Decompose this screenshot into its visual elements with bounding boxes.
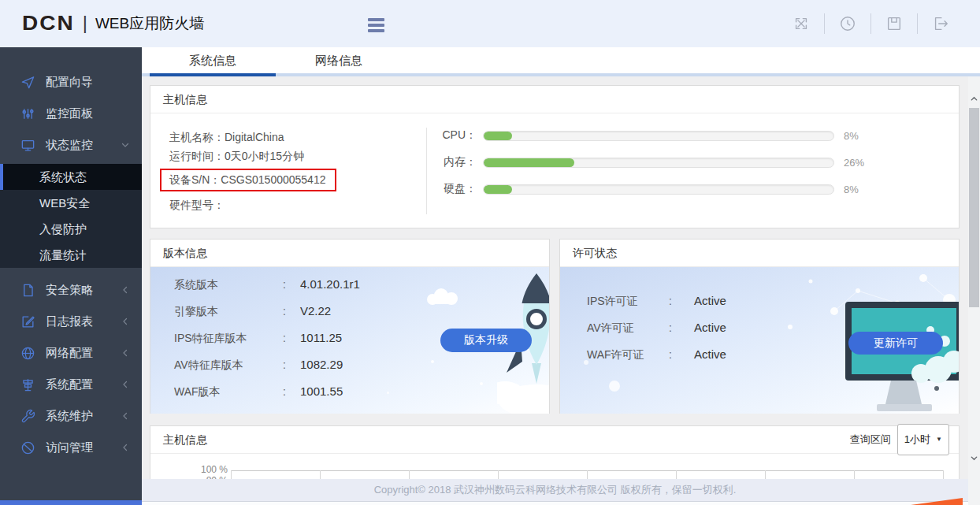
av-license-status: Active [694, 321, 726, 334]
sidebar-item-intrusion-prevention[interactable]: 入侵防护 [0, 216, 142, 242]
clock-icon[interactable] [839, 15, 856, 32]
tab-bar: 系统信息 网络信息 [142, 47, 980, 76]
brand: DCN | WEB应用防火墙 [22, 0, 204, 47]
logout-icon[interactable] [932, 15, 949, 32]
sidebar-item-label: 访问管理 [46, 440, 93, 455]
y-axis-label-100: 100 % [195, 464, 228, 475]
tab-network-info[interactable]: 网络信息 [276, 47, 402, 73]
disk-percent: 8% [844, 184, 859, 195]
host-name-field: 主机名称：DigitalChina [169, 131, 284, 145]
waf-license-status: Active [694, 347, 726, 361]
serial-number-value: CSGS015000055412 [221, 173, 325, 186]
globe-icon [20, 346, 35, 361]
disk-meter-track [483, 184, 834, 195]
dcn-logo: DCN [22, 12, 75, 35]
panel-title: 主机信息 [150, 86, 959, 113]
app-title: WEB应用防火墙 [95, 13, 204, 34]
memory-meter-fill [484, 158, 574, 167]
sidebar-item-traffic-stats[interactable]: 流量统计 [0, 242, 142, 268]
scroll-up-icon[interactable] [968, 92, 980, 106]
system-version-row: 系统版本:4.01.20.1r1 [174, 277, 360, 292]
menu-toggle-icon[interactable] [368, 18, 384, 35]
serial-number-highlight-box: 设备S/N：CSGS015000055412 [160, 169, 336, 191]
copyright-text: Copyright© 2018 武汉神州数码云科网络技术有限公司 版权所有，保留… [374, 484, 737, 496]
cpu-percent: 8% [844, 130, 859, 142]
sidebar-item-access-management[interactable]: 访问管理 [0, 432, 142, 463]
sidebar: 配置向导 监控面板 状态监控 系统状态 WEB安全 入侵防护 [0, 47, 142, 500]
sidebar-item-security-policy[interactable]: 安全策略 [0, 274, 142, 306]
chevron-left-icon [121, 443, 130, 452]
footer: Copyright© 2018 武汉神州数码云科网络技术有限公司 版权所有，保留… [142, 479, 968, 502]
engine-version-row: 引擎版本:V2.22 [174, 304, 331, 319]
sidebar-item-label: 日志报表 [46, 314, 93, 329]
cpu-label: CPU： [436, 128, 477, 143]
renew-license-button[interactable]: 更新许可 [848, 332, 943, 355]
tab-active-indicator [150, 73, 276, 76]
sidebar-item-system-status[interactable]: 系统状态 [0, 164, 142, 190]
sidebar-item-label: 网络配置 [46, 346, 93, 361]
sidebar-item-status-monitor[interactable]: 状态监控 [0, 129, 142, 161]
panel-title: 主机信息 [163, 433, 207, 446]
tab-system-info[interactable]: 系统信息 [150, 47, 276, 73]
vertical-scrollbar[interactable] [968, 76, 980, 505]
chevron-left-icon [121, 285, 130, 295]
av-license-row: AV许可证:Active [587, 321, 726, 336]
memory-label: 内存： [436, 155, 477, 169]
ips-license-status: Active [694, 294, 726, 307]
version-upgrade-button[interactable]: 版本升级 [440, 329, 532, 352]
sidebar-bottom-accent [0, 500, 142, 505]
header-divider [824, 13, 825, 34]
waf-license-row: WAF许可证:Active [587, 347, 726, 362]
sidebar-item-config-wizard[interactable]: 配置向导 [0, 66, 142, 98]
slash-circle-icon [20, 440, 35, 455]
interval-dropdown[interactable]: 1小时 ▼ [897, 424, 949, 455]
interval-value: 1小时 [904, 426, 930, 453]
chevron-left-icon [121, 348, 130, 358]
document-icon [20, 283, 35, 298]
chevron-down-icon [121, 140, 130, 150]
wizard-send-icon [20, 75, 35, 90]
cpu-meter-row: CPU： 8% [436, 129, 859, 142]
status-monitor-submenu: 系统状态 WEB安全 入侵防护 流量统计 [0, 164, 142, 268]
cpu-meter-track [483, 131, 834, 141]
sidebar-item-label: 系统配置 [46, 377, 93, 392]
disk-meter-fill [484, 185, 512, 194]
disk-label: 硬盘： [436, 182, 477, 196]
version-info-panel: 版本信息 系统版本:4.01.20.1r1 [150, 239, 550, 414]
signpost-icon [20, 377, 35, 392]
ips-signature-version-row: IPS特征库版本:1011.25 [174, 331, 342, 346]
query-interval-label: 查询区间 [850, 426, 891, 453]
monitor-icon [20, 138, 35, 153]
bottom-strip [142, 502, 968, 505]
panel-title: 许可状态 [560, 240, 959, 267]
panel-title: 版本信息 [150, 240, 549, 267]
header-divider [870, 13, 871, 34]
memory-meter-row: 内存： 26% [436, 156, 864, 169]
wrench-icon [20, 409, 35, 424]
fullscreen-icon[interactable] [793, 15, 810, 32]
sidebar-item-log-report[interactable]: 日志报表 [0, 306, 142, 337]
scroll-down-icon[interactable] [968, 451, 980, 465]
license-status-panel: 许可状态 [559, 239, 960, 414]
app-window: DCN | WEB应用防火墙 [0, 0, 980, 505]
sidebar-item-label: 状态监控 [46, 138, 93, 153]
memory-percent: 26% [844, 157, 864, 169]
header-actions [793, 0, 949, 47]
sidebar-item-system-config[interactable]: 系统配置 [0, 369, 142, 400]
sidebar-item-dashboard[interactable]: 监控面板 [0, 98, 142, 129]
av-signature-version-row: AV特征库版本:1082.29 [174, 358, 343, 373]
sidebar-item-web-security[interactable]: WEB安全 [0, 190, 142, 216]
dropdown-arrow-icon: ▼ [936, 426, 942, 453]
waf-version-row: WAF版本:1001.55 [174, 384, 343, 399]
chevron-left-icon [121, 317, 130, 326]
app-header: DCN | WEB应用防火墙 [0, 0, 980, 47]
save-icon[interactable] [885, 15, 903, 32]
edit-icon [20, 314, 35, 329]
sidebar-item-system-maintenance[interactable]: 系统维护 [0, 400, 142, 432]
uptime-field: 运行时间：0天0小时15分钟 [169, 150, 304, 164]
ips-license-row: IPS许可证:Active [587, 294, 726, 309]
sidebar-item-network-config[interactable]: 网络配置 [0, 337, 142, 369]
sidebar-item-label: 监控面板 [46, 106, 93, 121]
sliders-icon [20, 106, 35, 121]
scrollbar-thumb[interactable] [969, 108, 979, 307]
